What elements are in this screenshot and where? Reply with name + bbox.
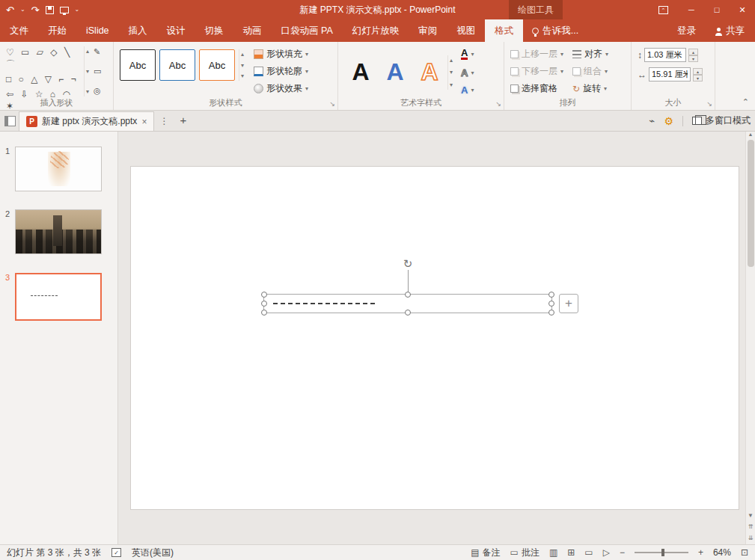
selection-handle-bottom-right[interactable] [548, 310, 554, 316]
undo-icon[interactable]: ↶ [6, 5, 14, 15]
tab-design[interactable]: 设计 [157, 19, 195, 42]
rotation-handle-icon[interactable]: ↻ [403, 257, 413, 271]
tab-file[interactable]: 文件 [0, 19, 38, 42]
spin-down-icon[interactable]: ▾ [688, 55, 698, 62]
edit-shape-icon[interactable]: ✎ [94, 47, 101, 57]
tab-transitions[interactable]: 切换 [195, 19, 233, 42]
group-button[interactable]: 组合 ▾ [572, 65, 608, 78]
spin-up-icon[interactable]: ▴ [688, 49, 698, 55]
slide-3-thumbnail[interactable] [15, 273, 102, 321]
tab-slideshow[interactable]: 幻灯片放映 [343, 19, 409, 42]
reading-view-icon[interactable]: ▭ [584, 547, 593, 558]
undo-dropdown-icon[interactable]: ⌄ [20, 7, 25, 13]
document-tab[interactable]: P 新建 pptx 演示文稿.pptx × [19, 111, 154, 131]
style-gallery-up-icon[interactable]: ▴ [241, 51, 244, 58]
scroll-up-icon[interactable]: ▲ [748, 132, 754, 137]
shape-effects-button[interactable]: 形状效果 ▾ [254, 82, 308, 95]
slide-counter[interactable]: 幻灯片 第 3 张，共 3 张 [7, 547, 101, 559]
selection-handle-mid-right[interactable] [548, 301, 554, 307]
sign-in-button[interactable]: 登录 [668, 19, 705, 42]
tab-animations[interactable]: 动画 [233, 19, 272, 42]
bring-forward-button[interactable]: 上移一层 ▾ [510, 48, 563, 61]
vertical-scrollbar[interactable]: ▲ ▼ ⇈ ⇊ [745, 132, 755, 544]
selection-handle-mid-left[interactable] [261, 301, 267, 307]
qat-customize-icon[interactable]: ⌄ [75, 7, 80, 13]
shape-gallery-row-1[interactable]: ♡ ▭ ▱ ◇ ╲ ⌒ [6, 46, 81, 70]
scrollbar-thumb[interactable] [748, 140, 754, 267]
tab-close-icon[interactable]: × [141, 117, 147, 127]
slideshow-view-icon[interactable]: ▷ [603, 547, 610, 558]
next-slide-icon[interactable]: ⇊ [748, 535, 754, 541]
shape-height-input[interactable] [644, 48, 686, 62]
shape-style-preview-3[interactable]: Abc [199, 49, 235, 81]
rotate-button[interactable]: ↻ 旋转 ▾ [572, 82, 608, 95]
wordart-down-icon[interactable]: ▾ [450, 69, 453, 76]
wordart-style-1[interactable]: A [344, 55, 377, 90]
maximize-button[interactable]: □ [704, 0, 730, 19]
tab-format[interactable]: 格式 [485, 19, 523, 42]
slide-2-thumbnail[interactable] [15, 209, 102, 254]
multi-window-mode-button[interactable]: 多窗口模式 [692, 114, 751, 127]
start-slideshow-icon[interactable] [60, 7, 69, 13]
tab-insert[interactable]: 插入 [119, 19, 157, 42]
align-button[interactable]: 对齐 ▾ [572, 48, 608, 61]
proofing-icon[interactable]: ✓ [111, 548, 121, 557]
zoom-out-icon[interactable]: − [620, 547, 625, 558]
selection-pane-button[interactable]: 选择窗格 [510, 82, 563, 95]
selection-handle-bottom-center[interactable] [405, 310, 411, 316]
ribbon-display-options-icon[interactable]: ⌃ [658, 6, 668, 14]
zoom-slider[interactable] [635, 552, 688, 553]
wordart-up-icon[interactable]: ▴ [450, 57, 453, 64]
scroll-down-icon[interactable]: ▼ [748, 512, 754, 519]
tab-options-icon[interactable]: ⋮ [154, 116, 174, 131]
tab-review[interactable]: 审阅 [409, 19, 447, 42]
pane-toggle-icon[interactable] [4, 116, 16, 126]
spin-down-icon[interactable]: ▾ [693, 75, 703, 81]
notes-button[interactable]: ▤ 备注 [471, 547, 500, 559]
zoom-percentage[interactable]: 64% [713, 547, 731, 558]
minimize-button[interactable]: ─ [679, 0, 704, 19]
quick-add-button[interactable]: + [559, 294, 578, 313]
send-backward-button[interactable]: 下移一层 ▾ [510, 65, 563, 78]
selection-handle-top-center[interactable] [405, 292, 411, 298]
wordart-style-3[interactable]: A [413, 55, 446, 90]
slide-3-editing-surface[interactable]: ↻ + [131, 167, 739, 509]
zoom-in-icon[interactable]: + [698, 547, 703, 558]
text-effects-button[interactable]: A ▾ [461, 85, 474, 95]
shape-gallery[interactable]: ♡ ▭ ▱ ◇ ╲ ⌒ □ ○ △ ▽ ⌐ ¬ ⇦ ⇩ ☆ ⌂ ◠ ✶ [6, 46, 81, 96]
gallery-up-icon[interactable]: ▴ [86, 48, 89, 55]
shape-gallery-row-2[interactable]: □ ○ △ ▽ ⌐ ¬ [6, 73, 81, 85]
selection-handle-top-right[interactable] [548, 292, 554, 298]
share-button[interactable]: 共享 [705, 19, 755, 42]
shape-fill-button[interactable]: 形状填充 ▾ [254, 48, 308, 61]
spin-up-icon[interactable]: ▴ [693, 68, 703, 75]
tell-me-box[interactable]: 告诉我... [523, 19, 587, 42]
text-outline-button[interactable]: A ▾ [461, 68, 474, 78]
shape-style-preview-2[interactable]: Abc [159, 49, 195, 81]
shape-style-preview-1[interactable]: Abc [120, 49, 156, 81]
comments-button[interactable]: ▭ 批注 [510, 547, 539, 559]
slide-editing-canvas[interactable]: ↻ + [118, 132, 745, 544]
text-box-icon[interactable]: ▭ [94, 67, 101, 76]
tab-home[interactable]: 开始 [38, 19, 76, 42]
save-icon[interactable] [46, 6, 54, 14]
gear-icon[interactable]: ⚙ [664, 115, 673, 127]
zoom-slider-knob[interactable] [661, 549, 664, 556]
shape-width-input[interactable] [649, 67, 691, 81]
style-gallery-more-icon[interactable]: ▾ [241, 73, 244, 79]
selection-handle-top-left[interactable] [261, 292, 267, 298]
wordart-more-icon[interactable]: ▾ [450, 81, 453, 88]
tab-pocket-animation[interactable]: 口袋动画 PA [272, 19, 343, 42]
text-fill-button[interactable]: A ▾ [461, 48, 474, 60]
gallery-more-icon[interactable]: ▾ [86, 88, 89, 95]
normal-view-icon[interactable]: ▥ [549, 547, 557, 558]
slide-sorter-view-icon[interactable]: ⊞ [567, 547, 575, 558]
previous-slide-icon[interactable]: ⇈ [748, 523, 754, 530]
collapse-ribbon-icon[interactable]: ⌃ [742, 97, 749, 107]
new-tab-icon[interactable]: + [174, 114, 192, 131]
fit-to-window-icon[interactable]: ⊡ [741, 547, 748, 558]
redo-icon[interactable]: ↷ [31, 5, 40, 15]
merge-shapes-icon[interactable]: ◎ [94, 86, 101, 96]
gallery-down-icon[interactable]: ▾ [86, 68, 89, 75]
close-button[interactable]: ✕ [730, 0, 755, 19]
